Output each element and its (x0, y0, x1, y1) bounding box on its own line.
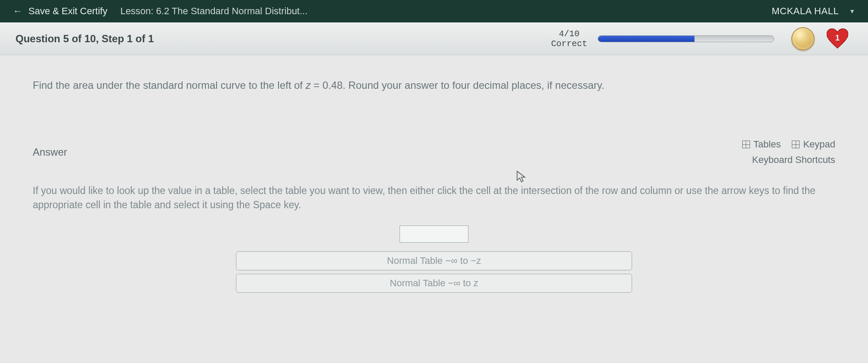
question-text: Find the area under the standard normal … (33, 79, 835, 91)
question-suffix: . Round your answer to four decimal plac… (343, 79, 604, 91)
keypad-button-label: Keypad (803, 139, 835, 150)
question-eq: = (311, 79, 322, 91)
score-block: 4/10 Correct (551, 29, 587, 49)
question-var: z (306, 79, 311, 91)
status-bar: Question 5 of 10, Step 1 of 1 4/10 Corre… (0, 22, 868, 55)
coin-icon[interactable] (791, 27, 815, 50)
lives-heart[interactable]: 1 (827, 28, 848, 50)
answer-label: Answer (33, 146, 67, 158)
answer-header-row: Answer Tables Keypad Keyboard Shortcuts (33, 139, 835, 166)
keypad-button[interactable]: Keypad (792, 139, 835, 150)
question-step-label: Question 5 of 10, Step 1 of 1 (16, 33, 154, 45)
answer-tools: Tables Keypad Keyboard Shortcuts (742, 139, 835, 166)
normal-table-pos-button[interactable]: Normal Table −∞ to z (236, 274, 632, 293)
answer-controls: Normal Table −∞ to −z Normal Table −∞ to… (33, 225, 835, 293)
score-value: 4/10 (559, 29, 580, 39)
keypad-grid-icon (792, 141, 800, 148)
keyboard-shortcuts-link[interactable]: Keyboard Shortcuts (752, 154, 835, 166)
back-arrow-icon[interactable]: ← (13, 6, 22, 17)
tables-grid-icon (742, 141, 750, 148)
answer-input[interactable] (400, 225, 468, 243)
tables-button[interactable]: Tables (742, 139, 781, 150)
normal-table-neg-button[interactable]: Normal Table −∞ to −z (236, 251, 632, 270)
content-area: Find the area under the standard normal … (0, 55, 868, 293)
top-bar: ← Save & Exit Certify Lesson: 6.2 The St… (0, 0, 868, 22)
lives-count: 1 (835, 33, 840, 42)
save-exit-link[interactable]: Save & Exit Certify (28, 6, 107, 17)
tables-button-label: Tables (753, 139, 781, 150)
question-value: 0.48 (322, 79, 343, 91)
user-dropdown-icon[interactable]: ▼ (849, 8, 855, 15)
question-prefix: Find the area under the standard normal … (33, 79, 306, 91)
user-name: MCKALA HALL (772, 6, 839, 17)
progress-fill (598, 36, 694, 42)
score-label: Correct (551, 39, 587, 49)
lesson-title: Lesson: 6.2 The Standard Normal Distribu… (120, 6, 307, 17)
progress-bar (598, 35, 774, 42)
answer-instructions: If you would like to look up the value i… (33, 184, 835, 213)
